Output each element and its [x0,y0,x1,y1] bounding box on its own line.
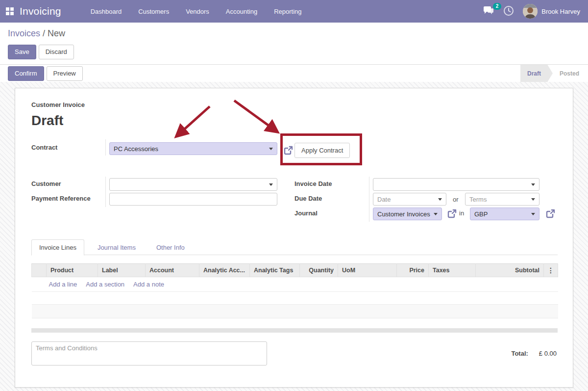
column-quantity[interactable]: Quantity [300,264,338,277]
list-footer-divider [31,328,558,333]
dropdown-caret-icon [531,183,535,186]
dropdown-caret-icon [531,198,535,201]
menu-vendors[interactable]: Vendors [186,8,209,15]
form-toolbar: Confirm Preview Draft Posted [0,64,588,82]
breadcrumb: Invoices / New [8,28,580,39]
journal-label: Journal [294,209,318,217]
column-analytic-account[interactable]: Analytic Acc... [199,264,250,277]
menu-customers[interactable]: Customers [138,8,169,15]
contract-external-link-icon[interactable] [283,145,294,157]
apply-contract-button[interactable]: Apply Contract [294,143,350,158]
status-posted[interactable]: Posted [553,65,588,82]
column-label[interactable]: Label [98,264,146,277]
add-a-section-link[interactable]: Add a section [86,281,124,288]
menu-accounting[interactable]: Accounting [226,8,257,15]
discard-button[interactable]: Discard [39,45,74,59]
group-separator [369,177,369,222]
breadcrumb-current: New [48,28,65,38]
tab-other-info[interactable]: Other Info [149,240,192,255]
add-a-line-link[interactable]: Add a line [49,281,77,288]
breadcrumb-invoices-link[interactable]: Invoices [8,28,40,38]
dropdown-caret-icon [434,213,438,215]
dropdown-caret-icon [531,213,535,215]
tab-journal-items[interactable]: Journal Items [90,240,143,255]
due-date-label: Due Date [294,195,322,202]
currency-external-link-icon[interactable] [545,209,556,220]
user-name: Brook Harvey [541,8,580,15]
in-text: in [459,209,464,217]
messages-icon[interactable]: 2 [483,6,494,17]
add-row: Add a line Add a section Add a note [32,277,558,292]
dropdown-caret-icon [269,183,273,186]
invoice-form-sheet: Customer Invoice Draft Contract PC Acces… [15,88,573,388]
due-date-select[interactable]: Date [373,193,446,206]
column-uom[interactable]: UoM [338,264,397,277]
notebook-tabs: Invoice Lines Journal Items Other Info [31,240,557,255]
apps-menu-icon[interactable] [6,7,14,15]
table-header-row: Product Label Account Analytic Acc... An… [32,264,558,277]
column-account[interactable]: Account [146,264,199,277]
messages-count-badge: 2 [493,3,502,10]
column-subtotal[interactable]: Subtotal [476,264,544,277]
main-menu: Dashboard Customers Vendors Accounting R… [91,8,302,15]
draft-state-heading: Draft [31,113,63,129]
column-analytic-tags[interactable]: Analytic Tags [250,264,300,277]
currency-select[interactable]: GBP [470,208,539,220]
group-separator [105,177,106,207]
breadcrumb-separator: / [43,28,48,38]
contract-select[interactable]: PC Accessories [109,142,277,155]
payment-reference-input[interactable] [109,193,277,206]
journal-external-link-icon[interactable] [447,209,457,220]
user-avatar [523,4,538,19]
customer-select[interactable] [109,178,277,191]
empty-row [32,305,558,318]
top-navbar: Invoicing Dashboard Customers Vendors Ac… [0,0,588,23]
invoice-date-label: Invoice Date [294,180,332,187]
dropdown-caret-icon [438,198,442,201]
column-price[interactable]: Price [397,264,429,277]
total-label: Total: [511,350,528,357]
column-taxes[interactable]: Taxes [429,264,476,277]
invoice-date-select[interactable] [373,178,539,191]
terms-and-conditions-input[interactable] [31,341,267,365]
group-separator [105,139,106,156]
user-menu[interactable]: Brook Harvey [523,4,580,19]
content-background: Customer Invoice Draft Contract PC Acces… [0,82,588,391]
menu-reporting[interactable]: Reporting [274,8,301,15]
document-type-label: Customer Invoice [31,101,85,108]
invoice-lines-table: Product Label Account Analytic Acc... An… [31,263,558,318]
add-a-note-link[interactable]: Add a note [133,281,164,288]
statusbar: Draft Posted [520,65,588,82]
menu-dashboard[interactable]: Dashboard [91,8,122,15]
confirm-button[interactable]: Confirm [8,66,44,81]
app-title[interactable]: Invoicing [20,5,61,17]
tab-invoice-lines[interactable]: Invoice Lines [31,239,84,256]
totals-area: Total: £ 0.00 [511,350,557,357]
payment-reference-label: Payment Reference [31,195,91,202]
or-text: or [453,196,459,203]
dropdown-caret-icon [269,148,273,150]
status-draft[interactable]: Draft [520,65,553,82]
preview-button[interactable]: Preview [47,66,83,81]
handle-column-header [32,264,47,277]
activities-clock-icon[interactable] [503,5,514,18]
payment-terms-select[interactable]: Terms [465,193,539,206]
total-value: £ 0.00 [539,350,557,357]
empty-row [32,292,558,305]
journal-select[interactable]: Customer Invoices [373,208,442,220]
customer-label: Customer [31,180,61,187]
contract-label: Contract [31,144,57,151]
control-panel: Invoices / New Save Discard [0,23,588,64]
column-product[interactable]: Product [47,264,98,277]
optional-columns-icon[interactable]: ⋮ [544,264,558,277]
save-button[interactable]: Save [8,45,36,59]
